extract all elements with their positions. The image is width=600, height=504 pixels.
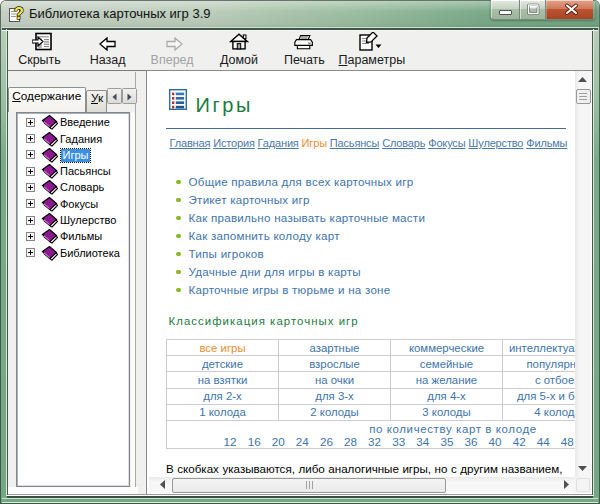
svg-text:?: ?	[14, 6, 24, 22]
